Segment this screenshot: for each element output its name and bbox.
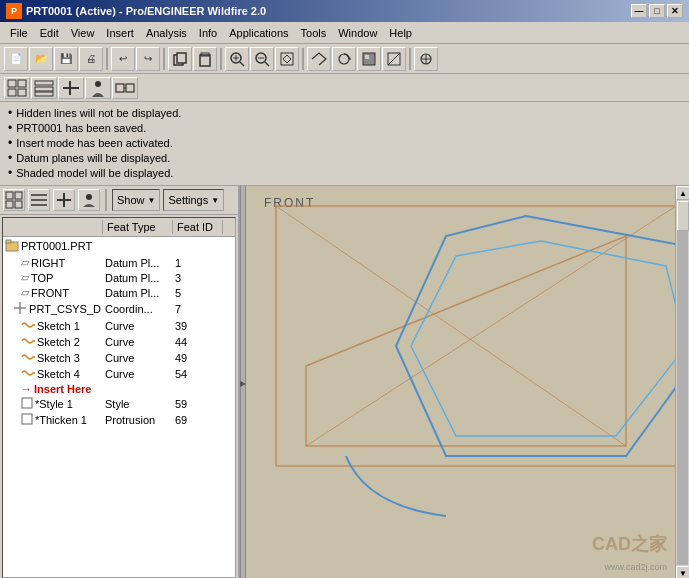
settings-arrow: ▼ [211,196,219,205]
tree-item-id: 44 [173,336,223,348]
tree-row[interactable]: PRT0001.PRT [3,237,235,255]
tree-item-name: *Thicken 1 [35,414,87,426]
paste-button[interactable] [193,47,217,71]
toolbar1: 📄 📂 💾 🖨 ↩ ↪ [0,44,689,74]
tree-item-id: 3 [173,272,223,284]
redo-button[interactable]: ↪ [136,47,160,71]
save-button[interactable]: 💾 [54,47,78,71]
tree-item-id: 69 [173,414,223,426]
bullet-2: • [8,121,12,136]
tree-item-type: Style [103,398,173,410]
tree-row[interactable]: ▱FRONTDatum Pl...5 [3,285,235,300]
tree-item-name: Sketch 2 [37,336,80,348]
tree-item-type: Datum Pl... [103,257,173,269]
viewport-drawing [246,186,675,578]
tree-item-icon [21,319,35,333]
tree-item-icon [13,301,27,317]
feature-tree[interactable]: Feat Type Feat ID PRT0001.PRT▱RIGHTDatum… [2,217,236,578]
menu-applications[interactable]: Applications [223,25,294,41]
title-bar: P PRT0001 (Active) - Pro/ENGINEER Wildfi… [0,0,689,22]
tree-item-type: Curve [103,336,173,348]
right-scrollbar[interactable]: ▲ ▼ [675,186,689,578]
tree-item-icon [21,351,35,365]
tree-row[interactable]: Sketch 4Curve54 [3,366,235,382]
main-area: Show ▼ Settings ▼ Feat Type Feat ID PRT0… [0,186,689,578]
tree-icon-3[interactable] [53,189,75,211]
menu-help[interactable]: Help [383,25,418,41]
svg-rect-36 [6,201,13,208]
title-icon: P [6,3,22,19]
menu-insert[interactable]: Insert [100,25,140,41]
tree-icon-2[interactable] [28,189,50,211]
minimize-button[interactable]: — [631,4,647,18]
person-button[interactable] [85,77,111,99]
tree-item-type: Curve [103,352,173,364]
info-line-1: • Hidden lines will not be displayed. [8,106,681,121]
shade-button[interactable] [357,47,381,71]
print-button[interactable]: 🖨 [79,47,103,71]
tree-item-icon [21,367,35,381]
scroll-track[interactable] [677,201,688,565]
extra-btn1[interactable] [414,47,438,71]
tree-row[interactable]: ▱TOPDatum Pl...3 [3,270,235,285]
svg-rect-35 [15,192,22,199]
undo-button[interactable]: ↩ [111,47,135,71]
svg-line-9 [265,62,269,66]
open-button[interactable]: 📂 [29,47,53,71]
settings-dropdown[interactable]: Settings ▼ [163,189,224,211]
zoom-in-button[interactable] [225,47,249,71]
new-button[interactable]: 📄 [4,47,28,71]
scroll-down-button[interactable]: ▼ [676,566,689,578]
tree-row[interactable]: Sketch 1Curve39 [3,318,235,334]
menu-view[interactable]: View [65,25,101,41]
orient-button[interactable] [307,47,331,71]
menu-tools[interactable]: Tools [295,25,333,41]
symbol-button[interactable] [58,77,84,99]
tree-row[interactable]: *Style 1Style59 [3,396,235,412]
list-view-button[interactable] [31,77,57,99]
tree-item-id: 1 [173,257,223,269]
tree-row[interactable]: Sketch 2Curve44 [3,334,235,350]
viewport[interactable]: FRONT CAD之家 www.cad2j.com [246,186,675,578]
svg-rect-21 [8,80,16,87]
info-text-3: Insert mode has been activated. [16,136,173,151]
close-button[interactable]: ✕ [667,4,683,18]
svg-point-43 [86,194,92,200]
show-dropdown[interactable]: Show ▼ [112,189,160,211]
window-controls: — □ ✕ [631,4,683,18]
tree-icon-1[interactable] [3,189,25,211]
tree-view-button[interactable] [4,77,30,99]
tree-item-name: Sketch 4 [37,368,80,380]
maximize-button[interactable]: □ [649,4,665,18]
svg-rect-23 [8,89,16,96]
zoom-out-button[interactable] [250,47,274,71]
svg-line-5 [240,62,244,66]
spin-button[interactable] [332,47,356,71]
tree-row[interactable]: PRT_CSYS_DCoordin...7 [3,300,235,318]
menu-file[interactable]: File [4,25,34,41]
tree-row[interactable]: ▱RIGHTDatum Pl...1 [3,255,235,270]
menu-window[interactable]: Window [332,25,383,41]
tree-row[interactable]: →Insert Here [3,382,235,396]
toolbar-separator4 [302,48,304,70]
show-label: Show [117,194,145,206]
link-button[interactable] [112,77,138,99]
copy-button[interactable] [168,47,192,71]
info-panel: • Hidden lines will not be displayed. • … [0,102,689,186]
info-text-5: Shaded model will be displayed. [16,166,173,181]
tree-row[interactable]: *Thicken 1Protrusion69 [3,412,235,428]
scroll-up-button[interactable]: ▲ [676,186,689,200]
info-line-2: • PRT0001 has been saved. [8,121,681,136]
tree-row[interactable]: Sketch 3Curve49 [3,350,235,366]
tree-item-type: Protrusion [103,414,173,426]
display-button[interactable] [382,47,406,71]
menu-edit[interactable]: Edit [34,25,65,41]
bullet-3: • [8,136,12,151]
svg-rect-24 [18,89,26,96]
menu-analysis[interactable]: Analysis [140,25,193,41]
menu-info[interactable]: Info [193,25,223,41]
tree-icon-4[interactable] [78,189,100,211]
refit-button[interactable] [275,47,299,71]
info-text-1: Hidden lines will not be displayed. [16,106,181,121]
tree-item-type: Coordin... [103,303,173,315]
